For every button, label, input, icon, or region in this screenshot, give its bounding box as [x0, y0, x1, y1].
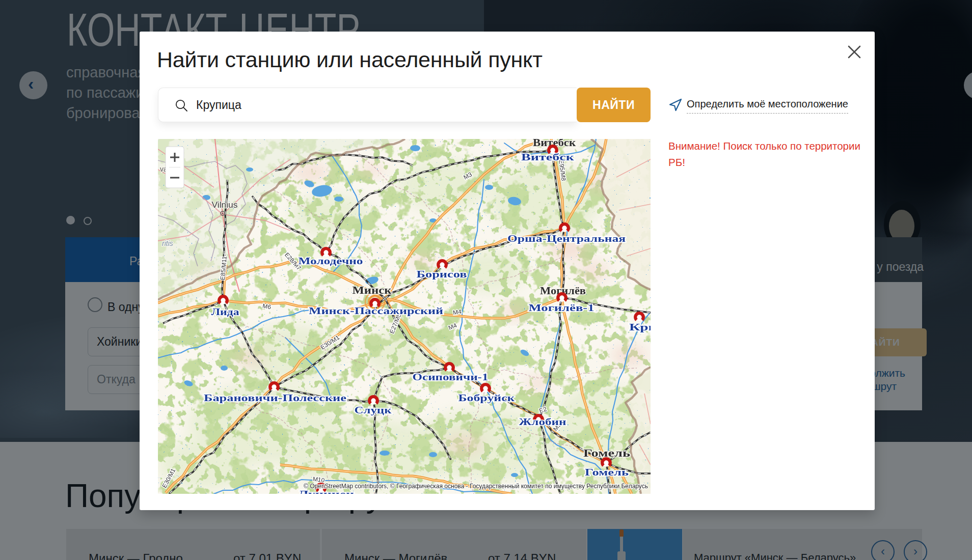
svg-text:Кричев: Кричев [629, 322, 651, 332]
svg-text:Витебск: Витебск [521, 152, 574, 162]
svg-text:© OpenStreetMap contributors,: © OpenStreetMap contributors, © Географи… [304, 483, 648, 490]
svg-text:Лида: Лида [211, 306, 240, 317]
svg-text:Осиповичи-1: Осиповичи-1 [413, 372, 489, 382]
svg-text:Слуцк: Слуцк [355, 405, 392, 415]
svg-text:Гомель: Гомель [585, 467, 629, 478]
svg-text:Барановичи-Полесские: Барановичи-Полесские [204, 393, 346, 403]
svg-text:Борисов: Борисов [417, 269, 467, 279]
svg-text:М6: М6 [262, 302, 272, 311]
svg-text:Жлобин: Жлобин [519, 416, 566, 427]
svg-text:Молодечно: Молодечно [299, 256, 363, 266]
svg-text:Орша-Центральная: Орша-Центральная [507, 233, 626, 244]
svg-text:ritis: ritis [162, 239, 173, 247]
svg-text:М4: М4 [452, 308, 462, 316]
svg-text:Минск-Пассажирский: Минск-Пассажирский [309, 305, 443, 316]
svg-text:Гомель: Гомель [583, 447, 631, 459]
svg-text:Могилёв-1: Могилёв-1 [529, 302, 595, 313]
svg-text:Минск: Минск [353, 285, 392, 296]
svg-text:Vilnius: Vilnius [212, 200, 238, 210]
svg-text:Бобруйск: Бобруйск [458, 393, 515, 403]
